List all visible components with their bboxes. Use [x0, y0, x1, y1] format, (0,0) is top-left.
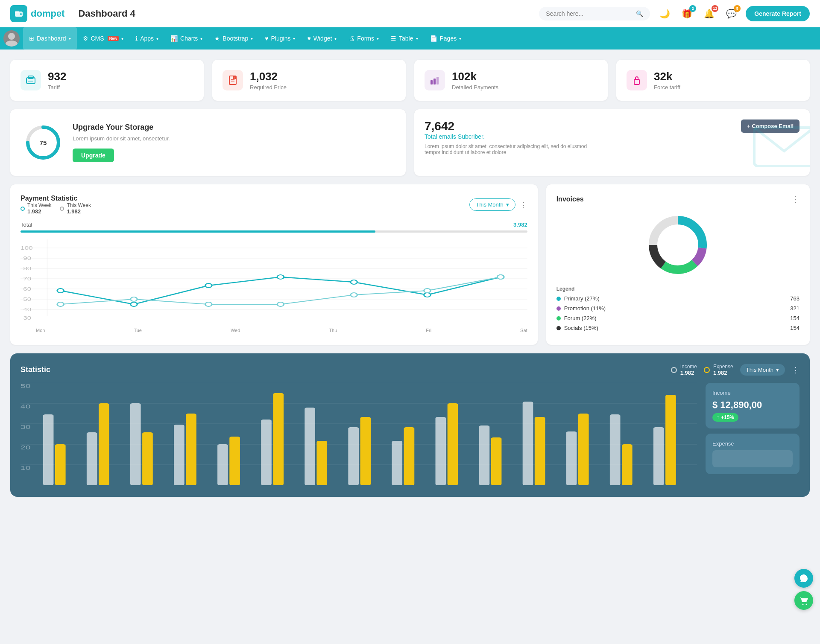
search-bar[interactable]: 🔍 — [539, 7, 650, 20]
svg-point-45 — [205, 302, 212, 306]
svg-text:20: 20 — [20, 445, 30, 451]
bell-btn[interactable]: 🔔 12 — [701, 6, 717, 21]
nav-label-plugins: Plugins — [271, 35, 291, 42]
statistic-month-filter-btn[interactable]: This Month ▾ — [740, 364, 785, 376]
chat-btn[interactable]: 💬 5 — [723, 6, 739, 21]
middle-row: 75 Upgrade Your Storage Lorem ipsum dolo… — [10, 109, 810, 176]
nav-label-cms: CMS — [91, 35, 104, 42]
logo-icon — [10, 5, 27, 22]
svg-rect-72 — [186, 414, 196, 485]
this-month-filter-btn[interactable]: This Month ▾ — [469, 198, 515, 211]
svg-point-49 — [497, 275, 504, 279]
payment-chart-more-btn[interactable]: ⋮ — [520, 200, 527, 210]
svg-text:30: 30 — [23, 315, 31, 321]
nav-item-apps[interactable]: ℹ Apps ▾ — [129, 27, 164, 50]
nav-item-cms[interactable]: ⚙ CMS New ▾ — [77, 27, 130, 50]
detailed-payments-icon — [425, 70, 445, 90]
svg-rect-1 — [15, 11, 19, 13]
x-label-fri: Fri — [426, 328, 431, 333]
x-label-wed: Wed — [231, 328, 240, 333]
primary-value: 763 — [790, 295, 800, 302]
donut-chart — [644, 211, 712, 279]
logo[interactable]: dompet — [10, 5, 64, 22]
tariff-label: Tariff — [48, 84, 66, 90]
force-tariff-icon — [627, 70, 647, 90]
x-label-tue: Tue — [134, 328, 142, 333]
nav-item-charts[interactable]: 📊 Charts ▾ — [164, 27, 208, 50]
tariff-stat-info: 932 Tariff — [48, 70, 66, 90]
svg-text:30: 30 — [20, 424, 30, 430]
payment-line-chart: 100 90 80 70 60 50 40 30 — [20, 239, 527, 325]
search-input[interactable] — [546, 10, 633, 17]
legend-promotion: Promotion (11%) 321 — [556, 305, 800, 312]
search-icon: 🔍 — [636, 10, 643, 17]
income-box-value: $ 12,890,00 — [712, 399, 793, 411]
svg-rect-77 — [305, 408, 315, 485]
invoices-title: Invoices — [556, 195, 584, 203]
nav-item-widget[interactable]: ♥ Widget ▾ — [301, 27, 343, 50]
svg-point-3 — [8, 33, 15, 40]
chevron-down-icon-statistic: ▾ — [776, 367, 779, 373]
navbar: ⊞ Dashboard ▾ ⚙ CMS New ▾ ℹ Apps ▾ 📊 Cha… — [0, 27, 820, 50]
forum-label: Forum (22%) — [564, 315, 597, 321]
required-price-label: Required Price — [250, 84, 287, 90]
income-legend: Income 1.982 — [671, 364, 697, 376]
svg-point-2 — [20, 13, 22, 15]
nav-label-table: Table — [399, 35, 413, 42]
stat-card-force-tariff: 32k Force tariff — [616, 60, 810, 101]
nav-item-table[interactable]: ☰ Table ▾ — [385, 27, 424, 50]
payment-chart-title: Payment Statistic — [20, 195, 91, 202]
nav-item-pages[interactable]: 📄 Pages ▾ — [424, 27, 468, 50]
payment-chart-legend: This Week 1.982 This Week 1.982 — [20, 202, 91, 215]
primary-dot — [556, 297, 561, 301]
nav-item-forms[interactable]: 🖨 Forms ▾ — [343, 27, 385, 50]
invoices-more-btn[interactable]: ⋮ — [792, 195, 800, 204]
svg-point-39 — [277, 275, 284, 279]
promotion-value: 321 — [790, 305, 800, 312]
stat-card-detailed-payments: 102k Detalled Payments — [414, 60, 608, 101]
nav-item-plugins[interactable]: ♥ Plugins ▾ — [259, 27, 301, 50]
chevron-down-icon-apps: ▾ — [156, 36, 158, 41]
svg-point-47 — [351, 293, 357, 297]
detailed-payments-value: 102k — [452, 70, 498, 83]
income-val: 1.982 — [680, 370, 697, 376]
legend-item-1: This Week 1.982 — [20, 202, 51, 215]
topbar: dompet Dashboard 4 🔍 🌙 🎁 2 🔔 12 💬 5 Gene… — [0, 0, 820, 27]
legend-primary-left: Primary (27%) — [556, 295, 600, 302]
nav-label-pages: Pages — [440, 35, 457, 42]
total-row: Total 3.982 — [20, 221, 527, 228]
nav-item-dashboard[interactable]: ⊞ Dashboard ▾ — [23, 27, 77, 50]
primary-label: Primary (27%) — [564, 295, 600, 302]
svg-rect-15 — [436, 77, 439, 85]
svg-text:40: 40 — [23, 307, 31, 312]
svg-text:50: 50 — [20, 383, 30, 389]
gift-badge: 2 — [689, 5, 696, 12]
gift-btn[interactable]: 🎁 2 — [679, 6, 694, 21]
upgrade-button[interactable]: Upgrade — [73, 149, 114, 162]
detailed-payments-stat-info: 102k Detalled Payments — [452, 70, 498, 90]
total-progress-fill — [20, 230, 375, 233]
cms-new-badge: New — [108, 36, 119, 41]
topbar-icons: 🌙 🎁 2 🔔 12 💬 5 — [657, 6, 739, 21]
svg-rect-94 — [665, 395, 676, 485]
upgrade-title: Upgrade Your Storage — [73, 123, 170, 132]
required-price-stat-info: 1,032 Required Price — [250, 70, 287, 90]
forum-dot — [556, 316, 561, 321]
this-month-label: This Month — [476, 201, 503, 208]
generate-report-button[interactable]: Generate Report — [746, 6, 810, 21]
svg-rect-92 — [622, 444, 633, 485]
page-title: Dashboard 4 — [78, 8, 539, 19]
expense-label: Expense — [713, 364, 733, 370]
bootstrap-icon: ★ — [214, 35, 220, 42]
legend-item-2: This Week 1.982 — [60, 202, 91, 215]
svg-rect-73 — [217, 444, 228, 485]
chevron-down-icon-table: ▾ — [416, 36, 418, 41]
svg-point-48 — [424, 288, 431, 293]
payment-chart-left: Payment Statistic This Week 1.982 — [20, 195, 91, 215]
theme-toggle-btn[interactable]: 🌙 — [657, 6, 672, 21]
upgrade-card: 75 Upgrade Your Storage Lorem ipsum dolo… — [10, 109, 406, 176]
nav-item-bootstrap[interactable]: ★ Bootstrap ▾ — [208, 27, 259, 50]
svg-rect-81 — [392, 441, 402, 485]
statistic-more-btn[interactable]: ⋮ — [792, 365, 800, 375]
income-box-title: Income — [712, 390, 793, 396]
